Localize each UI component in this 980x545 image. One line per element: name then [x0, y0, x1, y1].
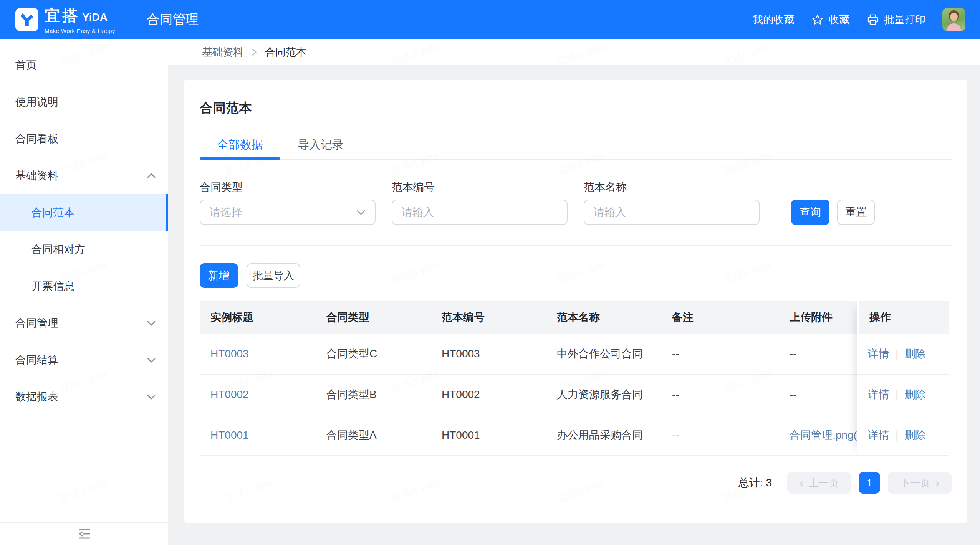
detail-link[interactable]: 详情 [868, 428, 889, 443]
delete-link[interactable]: 删除 [904, 428, 926, 443]
search-button[interactable]: 查询 [791, 200, 829, 225]
app-window: 宜搭 YiDA Make Work Easy & Happy 合同管理 我的收藏… [0, 0, 980, 545]
brand-tagline: Make Work Easy & Happy [45, 28, 115, 34]
chevron-down-icon [356, 209, 366, 215]
page-title: 合同范本 [200, 80, 952, 117]
my-favorites-button[interactable]: 我的收藏 [753, 13, 794, 26]
topbar: 宜搭 YiDA Make Work Easy & Happy 合同管理 我的收藏… [0, 0, 980, 39]
row-actions: 详情 | 删除 [857, 334, 949, 375]
template-name-input[interactable] [594, 200, 750, 224]
sidebar-item-home[interactable]: 首页 [0, 47, 168, 84]
row-actions: 详情 | 删除 [857, 415, 949, 456]
tabs: 全部数据 导入记录 [200, 130, 952, 160]
delete-link[interactable]: 删除 [904, 387, 926, 402]
total-count: 总计: 3 [738, 476, 772, 490]
filter-label: 范本名称 [584, 181, 760, 193]
chevron-down-icon [147, 320, 156, 326]
chevron-down-icon [147, 394, 156, 400]
prev-page-button[interactable]: ‹ 上一页 [787, 472, 851, 494]
content-card: 合同范本 全部数据 导入记录 合同类型 请选择 [184, 80, 967, 523]
sidebar-item-instructions[interactable]: 使用说明 [0, 84, 168, 121]
filter-template-code: 范本编号 [392, 181, 568, 225]
topbar-actions: 我的收藏 收藏 批量打印 [753, 8, 980, 31]
breadcrumb-parent[interactable]: 基础资料 [202, 45, 243, 59]
filter-bar: 合同类型 请选择 范本编号 范本名称 [200, 181, 952, 225]
breadcrumb-current: 合同范本 [265, 45, 306, 59]
data-table: 实例标题 合同类型 范本编号 范本名称 备注 上传附件 HT0003 合同类型C… [200, 301, 949, 456]
reset-button[interactable]: 重置 [837, 200, 875, 225]
page-number-button[interactable]: 1 [859, 472, 880, 494]
tab-all-data[interactable]: 全部数据 [200, 130, 280, 159]
star-icon [811, 13, 824, 26]
breadcrumb: 基础资料 合同范本 [168, 39, 980, 65]
detail-link[interactable]: 详情 [868, 347, 889, 361]
sidebar-item-contract-settlement[interactable]: 合同结算 [0, 342, 168, 378]
collapse-sidebar-icon[interactable] [77, 528, 91, 540]
printer-icon [866, 13, 879, 26]
sidebar-item-data-reports[interactable]: 数据报表 [0, 378, 168, 415]
sidebar-item-contract-board[interactable]: 合同看板 [0, 121, 168, 157]
batch-import-button[interactable]: 批量导入 [247, 263, 300, 288]
topbar-divider [134, 12, 134, 27]
pagination: 总计: 3 ‹ 上一页 1 下一页 › [200, 472, 952, 494]
main-area: 基础资料 合同范本 合同范本 全部数据 导入记录 合同类型 请选择 [168, 39, 980, 545]
toolbar: 新增 批量导入 [200, 263, 952, 288]
chevron-down-icon [147, 357, 156, 363]
table-header-row: 实例标题 合同类型 范本编号 范本名称 备注 上传附件 [200, 301, 949, 334]
batch-print-button[interactable]: 批量打印 [866, 13, 925, 26]
sidebar: 首页 使用说明 合同看板 基础资料 合同范本 合同相对方 开票信息 [0, 39, 168, 545]
table-row: HT0003 合同类型C HT0003 中外合作公司合同 -- -- [200, 334, 949, 375]
sidebar-item-contract-counterparty[interactable]: 合同相对方 [0, 231, 168, 268]
table-row: HT0002 合同类型B HT0002 人力资源服务合同 -- -- [200, 375, 949, 415]
brand-name-cn: 宜搭 [45, 5, 80, 26]
chevron-left-icon: ‹ [800, 477, 803, 489]
chevron-right-icon: › [935, 477, 939, 489]
sidebar-menu: 首页 使用说明 合同看板 基础资料 合同范本 合同相对方 开票信息 [0, 39, 168, 415]
chevron-right-icon [250, 48, 258, 56]
instance-title-link[interactable]: HT0002 [210, 388, 249, 400]
operations-fixed-column: 操作 详情 | 删除 详情 | 删除 详情 | 删除 [857, 301, 949, 456]
filter-contract-type: 合同类型 请选择 [200, 181, 376, 225]
chevron-up-icon [147, 173, 156, 179]
operations-header: 操作 [857, 301, 949, 334]
instance-title-link[interactable]: HT0003 [210, 348, 249, 360]
filter-label: 范本编号 [392, 181, 568, 193]
filter-label: 合同类型 [200, 181, 376, 193]
sidebar-footer [0, 522, 168, 545]
yida-logo-icon [15, 8, 38, 31]
table-row: HT0001 合同类型A HT0001 办公用品采购合同 -- 合同管理.png… [200, 415, 949, 456]
divider [200, 245, 952, 246]
filter-template-name: 范本名称 [584, 181, 760, 225]
row-actions: 详情 | 删除 [857, 375, 949, 415]
detail-link[interactable]: 详情 [868, 387, 889, 402]
brand-name-en: YiDA [82, 11, 108, 23]
next-page-button[interactable]: 下一页 › [888, 472, 952, 494]
delete-link[interactable]: 删除 [904, 347, 926, 361]
instance-title-link[interactable]: HT0001 [210, 429, 249, 441]
sidebar-item-contract-template[interactable]: 合同范本 [0, 194, 168, 231]
user-avatar[interactable] [942, 8, 965, 31]
sidebar-item-invoice-info[interactable]: 开票信息 [0, 268, 168, 305]
sidebar-item-basic-data[interactable]: 基础资料 [0, 157, 168, 194]
contract-type-select[interactable]: 请选择 [200, 200, 376, 225]
template-code-input[interactable] [402, 200, 558, 224]
tab-import-records[interactable]: 导入记录 [280, 130, 361, 159]
brand: 宜搭 YiDA Make Work Easy & Happy [45, 5, 115, 34]
favorite-button[interactable]: 收藏 [811, 13, 849, 26]
add-button[interactable]: 新增 [200, 263, 238, 288]
app-title: 合同管理 [147, 11, 199, 28]
sidebar-item-contract-management[interactable]: 合同管理 [0, 305, 168, 342]
